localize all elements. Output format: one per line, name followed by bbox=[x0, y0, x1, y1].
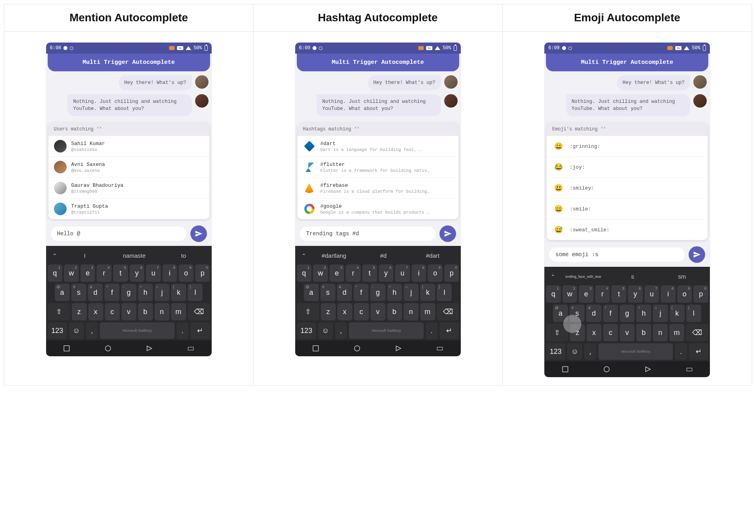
key-v[interactable]: v bbox=[121, 303, 136, 320]
key-o[interactable]: o9 bbox=[677, 285, 692, 303]
key-b[interactable]: b bbox=[636, 324, 651, 341]
key-f[interactable]: f* bbox=[104, 284, 119, 301]
key-f[interactable]: f* bbox=[603, 305, 618, 322]
hashtag-suggestion[interactable]: #firebase Firebase is a cloud platform f… bbox=[298, 178, 458, 199]
user-suggestion[interactable]: Trapti Gupta @trapti2711 bbox=[48, 199, 209, 219]
nav-recent-icon[interactable] bbox=[644, 366, 652, 373]
key-c[interactable]: c bbox=[105, 303, 120, 320]
key-p[interactable]: p0 bbox=[444, 264, 459, 282]
key-j[interactable]: j= bbox=[404, 284, 419, 301]
key-backspace[interactable]: ⌫ bbox=[437, 303, 459, 320]
key-e[interactable]: e3 bbox=[80, 264, 95, 282]
send-button[interactable] bbox=[689, 246, 705, 263]
key-x[interactable]: x bbox=[337, 303, 352, 320]
nav-keyboard-icon[interactable] bbox=[187, 345, 194, 352]
hashtag-suggestion[interactable]: #dart Dart is a language for building fa… bbox=[298, 136, 458, 157]
key-period[interactable]: . bbox=[675, 343, 687, 360]
key-z[interactable]: z bbox=[321, 303, 336, 320]
key-i[interactable]: i8 bbox=[162, 264, 177, 282]
key-a[interactable]: a@ bbox=[55, 284, 70, 301]
key-n[interactable]: n bbox=[653, 324, 668, 341]
kb-suggestion[interactable]: #dart bbox=[410, 251, 456, 260]
key-s[interactable]: s# bbox=[570, 305, 585, 322]
key-enter[interactable]: ↵ bbox=[190, 322, 210, 339]
key-v[interactable]: v bbox=[371, 303, 385, 320]
key-m[interactable]: m bbox=[420, 303, 435, 320]
key-period[interactable]: . bbox=[177, 322, 188, 339]
kb-suggestion[interactable]: sm bbox=[659, 272, 705, 281]
key-shift[interactable]: ⇧ bbox=[48, 303, 70, 320]
key-h[interactable]: h+ bbox=[138, 284, 153, 301]
emoji-suggestion[interactable]: 😄 :smile: bbox=[547, 199, 708, 219]
key-emoji[interactable]: ☺ bbox=[567, 343, 582, 360]
key-x[interactable]: x bbox=[587, 324, 601, 341]
key-k[interactable]: k( bbox=[420, 284, 435, 301]
key-x[interactable]: x bbox=[88, 303, 103, 320]
key-h[interactable]: h+ bbox=[636, 305, 651, 322]
message-input[interactable] bbox=[300, 227, 436, 241]
key-o[interactable]: o9 bbox=[428, 264, 443, 282]
nav-back-icon[interactable] bbox=[312, 345, 319, 352]
key-backspace[interactable]: ⌫ bbox=[188, 303, 210, 320]
key-m[interactable]: m bbox=[171, 303, 186, 320]
key-k[interactable]: k( bbox=[171, 284, 186, 301]
kb-suggestion[interactable]: #dartlang bbox=[311, 251, 357, 260]
key-d[interactable]: d& bbox=[337, 284, 352, 301]
key-g[interactable]: g- bbox=[370, 284, 385, 301]
key-b[interactable]: b bbox=[138, 303, 153, 320]
key-backspace[interactable]: ⌫ bbox=[686, 324, 708, 341]
nav-back-icon[interactable] bbox=[562, 366, 569, 373]
key-z[interactable]: z bbox=[72, 303, 87, 320]
hashtag-suggestion[interactable]: #flutter Flutter is a framework for buil… bbox=[298, 157, 458, 178]
key-f[interactable]: f* bbox=[354, 284, 369, 301]
key-space[interactable]: Microsoft SwiftKey bbox=[598, 343, 673, 360]
key-e[interactable]: e3 bbox=[579, 285, 594, 303]
key-n[interactable]: n bbox=[404, 303, 419, 320]
key-l[interactable]: l) bbox=[686, 305, 701, 322]
key-o[interactable]: o9 bbox=[179, 264, 194, 282]
key-i[interactable]: i8 bbox=[412, 264, 426, 282]
key-enter[interactable]: ↵ bbox=[439, 322, 459, 339]
user-suggestion[interactable]: Gaurav Bhadouriya @itsmegb98 bbox=[48, 178, 209, 199]
kb-suggestion[interactable]: namaste bbox=[111, 251, 157, 260]
key-r[interactable]: r4 bbox=[595, 285, 610, 303]
key-y[interactable]: y6 bbox=[628, 285, 643, 303]
nav-keyboard-icon[interactable] bbox=[686, 366, 693, 373]
nav-recent-icon[interactable] bbox=[395, 345, 402, 352]
key-d[interactable]: d& bbox=[88, 284, 103, 301]
send-button[interactable] bbox=[190, 225, 207, 242]
key-k[interactable]: k( bbox=[670, 305, 685, 322]
key-l[interactable]: l) bbox=[188, 284, 203, 301]
key-a[interactable]: a@ bbox=[304, 284, 319, 301]
key-j[interactable]: j= bbox=[653, 305, 668, 322]
key-m[interactable]: m bbox=[669, 324, 684, 341]
key-comma[interactable]: , bbox=[584, 343, 596, 360]
key-y[interactable]: y6 bbox=[379, 264, 394, 282]
key-t[interactable]: t5 bbox=[362, 264, 377, 282]
key-g[interactable]: g- bbox=[620, 305, 635, 322]
key-emoji[interactable]: ☺ bbox=[69, 322, 84, 339]
key-c[interactable]: c bbox=[354, 303, 369, 320]
key-t[interactable]: t5 bbox=[611, 285, 626, 303]
key-q[interactable]: q1 bbox=[48, 264, 63, 282]
key-h[interactable]: h+ bbox=[387, 284, 402, 301]
emoji-suggestion[interactable]: 😅 :sweat_smile: bbox=[547, 219, 708, 240]
key-t[interactable]: t5 bbox=[113, 264, 128, 282]
user-suggestion[interactable]: Avni Saxena @avu.saxena bbox=[48, 157, 209, 178]
user-suggestion[interactable]: Sahil Kumar @xsahil03x bbox=[48, 136, 209, 157]
key-y[interactable]: y6 bbox=[130, 264, 145, 282]
key-space[interactable]: Microsoft SwiftKey bbox=[100, 322, 175, 339]
emoji-suggestion[interactable]: 😂 :joy: bbox=[547, 157, 708, 178]
key-s[interactable]: s# bbox=[320, 284, 335, 301]
nav-home-icon[interactable] bbox=[104, 345, 112, 352]
message-input[interactable] bbox=[549, 247, 685, 262]
key-j[interactable]: j= bbox=[155, 284, 169, 301]
message-input[interactable] bbox=[51, 227, 186, 241]
kb-suggestion[interactable]: to bbox=[160, 251, 207, 260]
nav-back-icon[interactable] bbox=[63, 345, 70, 352]
key-space[interactable]: Microsoft SwiftKey bbox=[349, 322, 424, 339]
nav-keyboard-icon[interactable] bbox=[436, 345, 443, 352]
key-q[interactable]: q1 bbox=[546, 285, 561, 303]
expand-suggestions-icon[interactable]: ⌃ bbox=[549, 273, 557, 280]
key-w[interactable]: w2 bbox=[313, 264, 328, 282]
